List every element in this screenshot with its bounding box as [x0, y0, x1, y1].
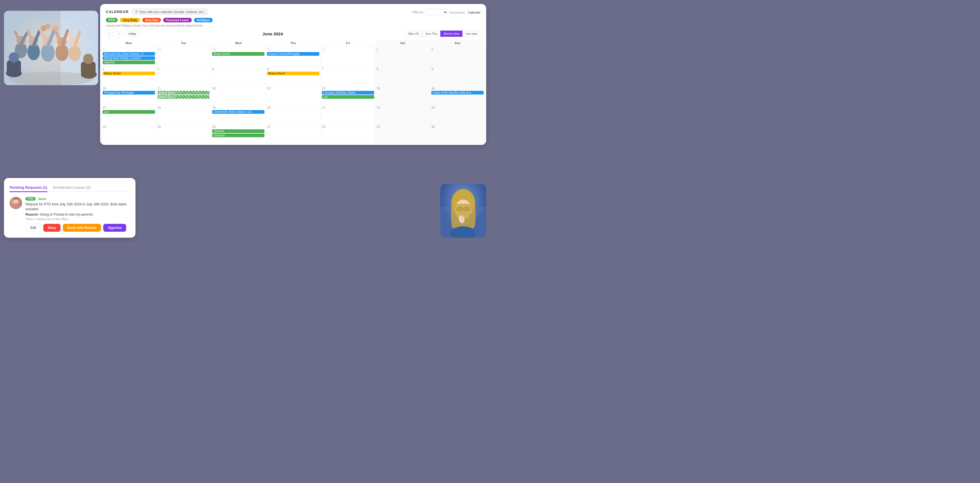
day-number: 31	[322, 48, 374, 51]
svg-point-32	[83, 54, 93, 64]
calendar-day[interactable]: 27	[266, 124, 321, 143]
legend-holidays: Holidays	[194, 18, 213, 22]
calendar-day[interactable]: 13	[266, 86, 321, 105]
breadcrumb: Dashboard / Calendar	[449, 10, 480, 15]
calendar-day[interactable]: 19Juneteenth (New Orleans, Car…	[211, 105, 266, 124]
today-button[interactable]: today	[125, 30, 140, 37]
day-number: 17	[103, 106, 155, 109]
calendar-day[interactable]: 18	[156, 105, 211, 124]
day-number: 9	[431, 67, 484, 71]
calendar-event[interactable]: Lav	[103, 110, 155, 114]
calendar-day[interactable]: 31	[320, 47, 375, 66]
day-number: 21	[322, 106, 374, 109]
day-number: 8	[377, 67, 429, 71]
calendar-event[interactable]: Portugal Day (Portugal)	[103, 91, 155, 94]
tab-pending[interactable]: Pending Requests (1)	[10, 183, 47, 192]
calendar-event[interactable]: Brainy Smurf	[103, 72, 155, 75]
calendar-day[interactable]: 26JasmineZendaya	[211, 124, 266, 143]
calendar-day[interactable]: 24	[102, 124, 156, 143]
view-mon-fri[interactable]: Mon-Fri	[405, 30, 422, 37]
day-number: 3	[103, 67, 155, 71]
top-left-photo	[4, 11, 98, 85]
calendar-day[interactable]: 12	[211, 86, 266, 105]
request-content: PTO Jane Request for PTO from July 10th …	[25, 197, 130, 232]
calendar-day[interactable]: 21	[320, 105, 375, 124]
day-number: 23	[431, 106, 484, 109]
calendar-day[interactable]: 17Lav	[102, 105, 156, 124]
day-number: 14	[322, 86, 374, 90]
calendar-event[interactable]: Lav	[322, 95, 374, 99]
calendar-event[interactable]: Zendaya	[212, 134, 264, 137]
calendar-day[interactable]: 14Company Birthday (Slate)Lav	[320, 86, 375, 105]
calendar-event[interactable]: Brainy Smurf	[158, 95, 210, 99]
filter-label: Filter by	[412, 11, 423, 14]
legend-sick: Sick Day	[142, 18, 161, 22]
deny-with-reason-button[interactable]: Deny with Reason	[63, 224, 101, 232]
calendar-day[interactable]: 4	[156, 66, 211, 86]
tabs-row: Pending Requests (1) Scheduled Leaves (2…	[10, 183, 130, 192]
prev-month-button[interactable]: ‹	[106, 30, 113, 37]
calendar-day[interactable]: 16Feast of the Sacrifice (Eid al-A…	[430, 86, 485, 105]
calendar-day[interactable]: 30Corpus Christi (Portugal)	[266, 47, 321, 66]
filter-select[interactable]	[425, 9, 448, 15]
calendar-event[interactable]: Brainy Smurf	[158, 91, 210, 94]
calendar-day[interactable]: 3Brainy Smurf	[102, 66, 156, 86]
calendar-event[interactable]: Company Birthday (Slate)	[322, 91, 374, 94]
calendar-event[interactable]: Corpus Christi (Portugal)	[267, 52, 319, 56]
calendar-day[interactable]: 22	[375, 105, 430, 124]
day-number: 6	[267, 67, 319, 71]
calendar-day[interactable]: 5	[211, 66, 266, 86]
calendar-day[interactable]: 10Portugal Day (Portugal)	[102, 86, 156, 105]
day-number: 27	[267, 125, 319, 129]
calendar-event[interactable]: Feast of the Sacrifice (Eid al-A…	[431, 91, 484, 94]
calendar-day[interactable]: 29Brainy Smurf	[211, 47, 266, 66]
calendar-day[interactable]: 1	[375, 47, 430, 66]
calendar-event[interactable]: Juneteenth (New Orleans, Car…	[212, 110, 264, 114]
calendar-day[interactable]: 29	[375, 124, 430, 143]
calendar-day[interactable]: 7	[320, 66, 375, 86]
calendar-day[interactable]: 8	[375, 66, 430, 86]
calendar-day[interactable]: 23	[430, 105, 485, 124]
calendar-event[interactable]: Brainy Smurf	[212, 52, 264, 56]
request-item: PTO Jane Request for PTO from July 10th …	[10, 197, 130, 232]
view-sun-thu[interactable]: Sun-Thu	[422, 30, 441, 37]
sync-button[interactable]: ⟳ Sync with your calendar (Google, Outlo…	[132, 8, 208, 15]
col-sun: Sun	[430, 40, 485, 47]
edit-button[interactable]: Edit	[25, 223, 41, 232]
day-number: 19	[212, 106, 264, 109]
approve-button[interactable]: Approve	[103, 224, 126, 232]
calendar-grid: Mon Tue Wed Thu Fri Sat Sun 27Memorial D…	[101, 40, 485, 143]
calendar-event[interactable]: Spring bank holiday (London)	[103, 56, 155, 60]
svg-point-34	[11, 204, 21, 209]
deny-button[interactable]: Deny	[43, 224, 60, 232]
request-text: Request for PTO from July 10th 2024 to J…	[25, 202, 130, 212]
calendar-day[interactable]: 20	[266, 105, 321, 124]
calendar-event[interactable]: Jasmine	[103, 61, 155, 64]
calendar-day[interactable]: 6Brainy Smurf	[266, 66, 321, 86]
calendar-day[interactable]: 11Brainy SmurfBrainy Smurf	[156, 86, 211, 105]
next-month-button[interactable]: ›	[115, 30, 123, 37]
view-month[interactable]: Month view	[441, 30, 463, 37]
calendar-day[interactable]: 27Memorial Day (New Orleans, O…Spring ba…	[102, 47, 156, 66]
calendar-event[interactable]: Brainy Smurf	[267, 72, 319, 75]
calendar-day[interactable]: 25	[156, 124, 211, 143]
tab-scheduled[interactable]: Scheduled Leaves (2)	[53, 183, 91, 192]
view-list[interactable]: List view	[463, 30, 480, 37]
day-number: 13	[267, 86, 319, 90]
svg-point-35	[14, 199, 18, 204]
calendar-day[interactable]: 2	[430, 47, 485, 66]
legend-personal: Personal Leave	[163, 18, 192, 22]
calendar-panel: CALENDAR ⟳ Sync with your calendar (Goog…	[100, 4, 486, 145]
calendar-title: CALENDAR	[106, 10, 129, 14]
calendar-day[interactable]: 30	[430, 124, 485, 143]
calendar-day[interactable]: 9	[430, 66, 485, 86]
calendar-day[interactable]: 28	[320, 124, 375, 143]
col-tue: Tue	[156, 40, 211, 47]
calendar-event[interactable]: Jasmine	[212, 129, 264, 133]
calendar-day[interactable]: 28	[156, 47, 211, 66]
legend-row: PTO Jury Duty Sick Day Personal Leave Ho…	[106, 18, 480, 22]
calendar-event[interactable]: Memorial Day (New Orleans, O…	[103, 52, 155, 56]
request-badge: PTO	[25, 197, 36, 201]
calendar-day[interactable]: 15	[375, 86, 430, 105]
day-number: 1	[377, 48, 429, 51]
